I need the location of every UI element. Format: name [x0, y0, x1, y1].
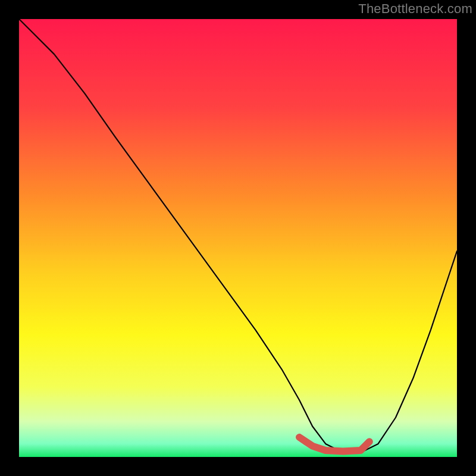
plot-area: [19, 19, 457, 457]
chart-frame: TheBottleneck.com: [0, 0, 476, 476]
watermark-text: TheBottleneck.com: [358, 1, 472, 17]
bottleneck-chart: [19, 19, 457, 457]
gradient-background: [19, 19, 457, 457]
